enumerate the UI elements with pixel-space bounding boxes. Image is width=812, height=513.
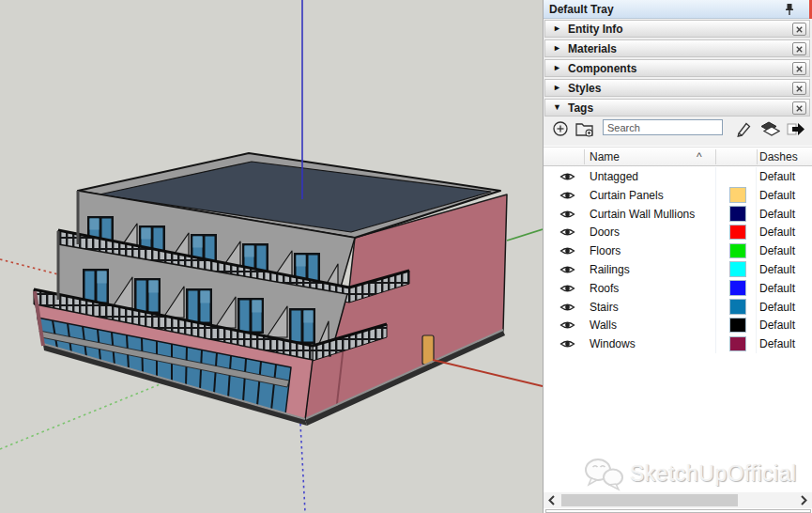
default-tray-panel: Default Tray ► Entity Info ► Materials ►… <box>543 0 812 513</box>
tag-color-swatch[interactable] <box>729 261 746 277</box>
section-styles[interactable]: ► Styles <box>544 79 810 97</box>
tag-name: Untagged <box>590 170 638 183</box>
scroll-left-icon[interactable] <box>545 493 559 507</box>
visibility-eye-icon[interactable] <box>559 302 575 313</box>
tag-row[interactable]: Doors Default <box>544 223 812 241</box>
tag-row[interactable]: Railings Default <box>544 260 812 279</box>
visibility-eye-icon[interactable] <box>559 245 575 256</box>
close-icon[interactable] <box>792 101 806 115</box>
tag-name: Railings <box>590 263 630 276</box>
visibility-eye-icon[interactable] <box>559 209 575 220</box>
section-entity-info[interactable]: ► Entity Info <box>544 20 810 38</box>
tags-list-header: Name ^ Dashes <box>544 147 812 166</box>
section-label: Styles <box>568 82 601 95</box>
tags-toolbar <box>544 117 812 146</box>
tag-dashes[interactable]: Default <box>759 170 795 183</box>
tag-color-swatch[interactable] <box>729 318 746 334</box>
close-icon[interactable] <box>792 23 806 36</box>
tag-dashes[interactable]: Default <box>759 244 795 257</box>
column-divider <box>757 149 758 164</box>
close-icon[interactable] <box>792 82 806 95</box>
visibility-eye-icon[interactable] <box>559 226 575 238</box>
tag-color-swatch[interactable] <box>729 243 746 259</box>
tag-name: Stairs <box>590 301 619 314</box>
tag-dashes[interactable]: Default <box>759 189 795 202</box>
section-label: Entity Info <box>568 23 623 36</box>
tag-name: Roofs <box>590 282 619 295</box>
chevron-right-icon: ► <box>553 23 561 33</box>
tag-color-cell <box>715 316 757 334</box>
wechat-icon <box>583 456 626 493</box>
add-tag-icon[interactable] <box>552 120 569 137</box>
tag-row[interactable]: Curtain Wall Mullions Default <box>544 205 812 224</box>
close-icon[interactable] <box>792 42 806 55</box>
watermark: SketchUpOfficial <box>581 454 806 493</box>
chevron-right-icon: ► <box>553 63 561 72</box>
tag-dashes[interactable]: Default <box>759 301 795 314</box>
tag-dashes[interactable]: Default <box>759 337 795 350</box>
section-label: Tags <box>568 101 593 115</box>
tag-dashes[interactable]: Default <box>759 263 795 276</box>
tag-color-swatch[interactable] <box>729 206 746 222</box>
tag-row[interactable]: Roofs Default <box>544 279 812 298</box>
tag-color-swatch[interactable] <box>729 299 746 315</box>
scrollbar-thumb[interactable] <box>561 494 738 506</box>
chevron-right-icon: ► <box>553 43 561 53</box>
section-materials[interactable]: ► Materials <box>544 39 810 57</box>
tag-color-cell <box>715 334 757 353</box>
tag-color-cell <box>715 279 757 298</box>
scroll-right-icon[interactable] <box>797 493 810 507</box>
close-icon[interactable] <box>792 62 806 75</box>
tag-color-swatch[interactable] <box>729 336 746 352</box>
section-tags[interactable]: ▼ Tags <box>544 99 810 117</box>
horizontal-scrollbar[interactable] <box>544 492 812 508</box>
pencil-icon[interactable] <box>735 120 753 138</box>
tag-color-cell <box>715 223 757 241</box>
visibility-eye-icon[interactable] <box>559 319 575 331</box>
visibility-eye-icon[interactable] <box>559 338 575 350</box>
column-divider <box>584 149 585 164</box>
tag-color-swatch[interactable] <box>729 187 746 203</box>
tags-panel-body: Name ^ Dashes Untagged Default Curtain P… <box>544 117 812 513</box>
tag-color-swatch[interactable] <box>729 280 746 296</box>
tag-color-swatch[interactable] <box>729 225 746 241</box>
building-door <box>422 335 434 365</box>
tag-row[interactable]: Untagged Default <box>544 167 812 186</box>
visibility-eye-icon[interactable] <box>559 264 575 275</box>
visibility-eye-icon[interactable] <box>559 190 575 201</box>
tag-name: Walls <box>590 319 617 332</box>
tag-name: Curtain Wall Mullions <box>590 208 695 221</box>
column-divider <box>715 149 716 164</box>
watermark-text: SketchUpOfficial <box>630 461 797 487</box>
tag-row[interactable]: Curtain Panels Default <box>544 186 812 205</box>
search-input[interactable] <box>603 119 723 135</box>
tag-dashes[interactable]: Default <box>759 319 795 332</box>
sort-indicator-icon[interactable]: ^ <box>697 150 702 163</box>
tag-row[interactable]: Windows Default <box>544 334 812 353</box>
tag-dashes[interactable]: Default <box>759 282 795 295</box>
add-tag-folder-icon[interactable] <box>575 120 595 138</box>
next-panel-edge <box>545 509 811 513</box>
tag-row[interactable]: Floors Default <box>544 241 812 260</box>
tag-name: Windows <box>590 337 636 350</box>
tag-dashes[interactable]: Default <box>759 208 795 221</box>
section-label: Components <box>568 62 636 75</box>
tag-row[interactable]: Walls Default <box>544 316 812 334</box>
visibility-eye-icon[interactable] <box>559 171 575 182</box>
column-header-name[interactable]: Name <box>590 150 620 163</box>
details-arrow-icon[interactable] <box>786 120 806 138</box>
tag-color-cell <box>715 260 757 279</box>
pin-icon[interactable] <box>784 3 795 16</box>
3d-viewport[interactable] <box>0 0 543 513</box>
chevron-right-icon: ► <box>553 83 561 92</box>
tag-dashes[interactable]: Default <box>759 225 795 239</box>
tag-row[interactable]: Stairs Default <box>544 298 812 317</box>
tag-name: Doors <box>590 225 620 239</box>
color-by-tag-icon[interactable] <box>760 120 780 138</box>
tray-title: Default Tray <box>549 3 614 16</box>
section-components[interactable]: ► Components <box>544 59 810 77</box>
column-header-dashes[interactable]: Dashes <box>759 150 798 163</box>
visibility-eye-icon[interactable] <box>559 283 575 294</box>
tray-titlebar[interactable]: Default Tray <box>544 0 812 19</box>
sketchup-window: Default Tray ► Entity Info ► Materials ►… <box>0 0 812 513</box>
